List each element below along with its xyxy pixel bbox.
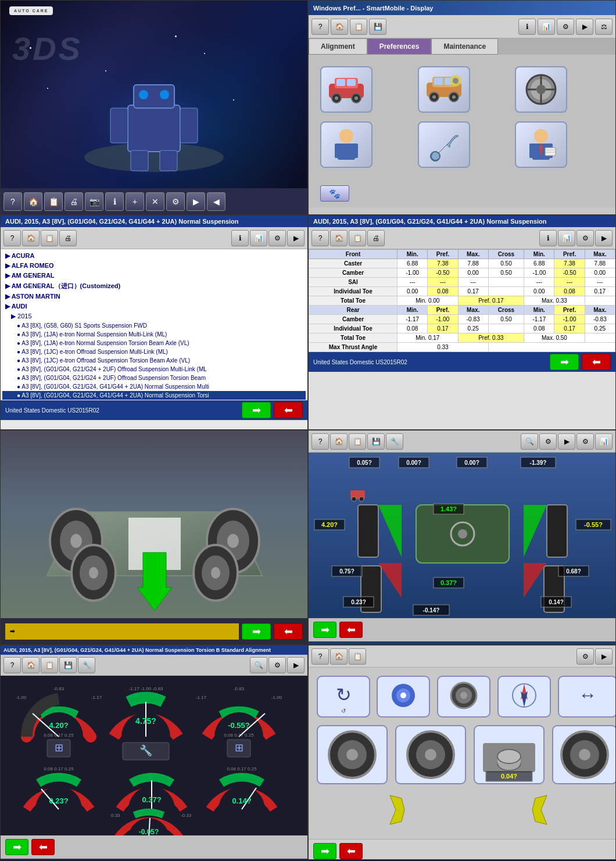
3d-prev-btn[interactable]: ⬅ <box>274 623 303 640</box>
tab-alignment[interactable]: Alignment <box>309 38 367 55</box>
ai-fwd-btn[interactable]: ▶ <box>595 648 613 665</box>
vl-gear-btn[interactable]: ⚙ <box>268 230 286 246</box>
g-help-btn[interactable]: ? <box>3 657 21 673</box>
vl-home-btn[interactable]: 🏠 <box>22 230 40 246</box>
pref-icon-wrench[interactable] <box>418 121 470 168</box>
vl-aston-martin[interactable]: ▶ ASTON MARTIN <box>2 292 306 302</box>
close-button[interactable]: ✕ <box>146 192 164 211</box>
g-nav-green-btn[interactable]: ➡ <box>5 839 28 855</box>
vl-fwd-btn[interactable]: ▶ <box>287 230 305 246</box>
pref-save-btn[interactable]: 💾 <box>369 19 386 35</box>
print-button[interactable]: 🖨 <box>65 192 83 211</box>
g-nav-red-btn[interactable]: ⬅ <box>31 839 55 855</box>
pref-balance-btn[interactable]: ⚖ <box>595 19 613 35</box>
at-home-btn[interactable]: 🏠 <box>330 230 348 246</box>
la-save-btn[interactable]: 💾 <box>367 433 385 450</box>
vl-info-btn[interactable]: ℹ <box>231 230 249 246</box>
home-button[interactable]: 🏠 <box>24 192 42 211</box>
3d-next-btn[interactable]: ➡ <box>242 623 271 640</box>
g-doc-btn[interactable]: 📋 <box>41 657 58 673</box>
pref-help-btn[interactable]: ? <box>311 19 329 35</box>
info-button[interactable]: ℹ <box>105 192 124 211</box>
ai-gear-btn[interactable]: ⚙ <box>576 648 594 665</box>
g-wrench-btn[interactable]: 🔧 <box>78 657 95 673</box>
ai-nav-green-btn[interactable]: ➡ <box>313 843 336 859</box>
svg-point-67 <box>458 529 467 539</box>
vl-am-general[interactable]: ▶ AM GENERAL <box>2 271 306 281</box>
at-fwd-btn[interactable]: ▶ <box>595 230 613 246</box>
g-home-btn[interactable]: 🏠 <box>22 657 40 673</box>
la-settings2-btn[interactable]: ⚙ <box>576 433 594 450</box>
vl-doc-btn[interactable]: 📋 <box>41 230 58 246</box>
vl-audi[interactable]: ▶ AUDI <box>2 302 306 311</box>
vl-help-btn[interactable]: ? <box>3 230 21 246</box>
vl-view-btn[interactable]: 📊 <box>250 230 267 246</box>
vl-a3-1ja-vl[interactable]: ● A3 [8V], (1JA) e-tron Normal Suspensio… <box>2 339 306 347</box>
vehicle-next-btn[interactable]: ➡ <box>242 402 271 418</box>
vl-am-general-custom[interactable]: ▶ AM GENERAL（进口）(Customized) <box>2 281 306 292</box>
settings-button[interactable]: ⚙ <box>166 192 185 211</box>
pref-doc-btn[interactable]: 📋 <box>350 19 367 35</box>
ai-nav-red-btn[interactable]: ⬅ <box>339 843 363 859</box>
g-save-btn[interactable]: 💾 <box>59 657 77 673</box>
vl-a3-g01-torsion[interactable]: ● A3 [8V], (G01/G04, G21/G24 + 2UF) Offr… <box>2 374 306 382</box>
pref-icon-car[interactable] <box>320 66 373 113</box>
g-zoom-btn[interactable]: 🔍 <box>250 657 267 673</box>
help-button[interactable]: ? <box>3 192 22 211</box>
vl-print-btn[interactable]: 🖨 <box>59 230 77 246</box>
pref-icon-person[interactable] <box>515 121 567 168</box>
vl-a3-1jc-ml[interactable]: ● A3 [8V], (1JC) e-tron Offroad Suspensi… <box>2 347 306 356</box>
svg-point-40 <box>534 129 548 143</box>
vl-a3-g01-normal[interactable]: ● A3 [8V], (G01/G04, G21/G24, G41/G44 + … <box>2 382 306 391</box>
at-print-btn[interactable]: 🖨 <box>367 230 385 246</box>
pref-bottom-btn[interactable]: 🐾 <box>320 185 349 202</box>
vl-alfa-romeo[interactable]: ▶ ALFA ROMEO <box>2 261 306 271</box>
at-help-btn[interactable]: ? <box>311 230 329 246</box>
at-view-btn[interactable]: 📊 <box>558 230 575 246</box>
vl-a3-selected[interactable]: ● A3 [8V], (G01/G04, G21/G24, G41/G44 + … <box>2 391 306 400</box>
la-nav-red-btn[interactable]: ⬅ <box>339 622 363 638</box>
pref-fwd-btn[interactable]: ▶ <box>576 19 593 35</box>
la-extra-btn[interactable]: 📊 <box>595 433 613 450</box>
forward-button[interactable]: ▶ <box>187 192 205 211</box>
back-button[interactable]: ◀ <box>207 192 225 211</box>
doc-button[interactable]: 📋 <box>44 192 63 211</box>
total-toe-rear-label: Total Toe <box>309 333 397 343</box>
g-fwd-btn[interactable]: ▶ <box>287 657 305 673</box>
pref-icon-wheel[interactable] <box>515 66 567 113</box>
tab-preferences[interactable]: Preferences <box>367 38 432 55</box>
ai-doc-btn[interactable]: 📋 <box>349 648 366 665</box>
pref-home-btn[interactable]: 🏠 <box>331 19 348 35</box>
ai-home-btn[interactable]: 🏠 <box>330 648 348 665</box>
vl-acura[interactable]: ▶ ACURA <box>2 251 306 261</box>
la-zoom-btn[interactable]: 🔍 <box>521 433 538 450</box>
at-prev-btn[interactable]: ⬅ <box>582 354 611 370</box>
la-fwd-btn[interactable]: ▶ <box>558 433 575 450</box>
la-help-btn[interactable]: ? <box>311 433 329 450</box>
vehicle-prev-btn[interactable]: ⬅ <box>274 402 303 418</box>
tab-maintenance[interactable]: Maintenance <box>431 38 498 55</box>
la-gear-btn[interactable]: ⚙ <box>539 433 557 450</box>
pref-icon-settings[interactable] <box>418 66 470 113</box>
vl-a3-1jc-vl[interactable]: ● A3 [8V], (1JC) e-tron Offroad Suspensi… <box>2 356 306 365</box>
la-nav-green-btn[interactable]: ➡ <box>313 622 336 638</box>
ai-help-btn[interactable]: ? <box>311 648 329 665</box>
pref-icon-mechanic[interactable] <box>320 121 373 168</box>
la-doc-btn[interactable]: 📋 <box>349 433 366 450</box>
at-gear-btn[interactable]: ⚙ <box>576 230 594 246</box>
vl-a3-s1[interactable]: ● A3 [8X], (G58, G60) S1 Sports Suspensi… <box>2 321 306 330</box>
pref-gear-btn[interactable]: ⚙ <box>557 19 574 35</box>
at-info-btn[interactable]: ℹ <box>539 230 557 246</box>
pref-info-btn[interactable]: ℹ <box>518 19 536 35</box>
vl-a3-g01-ml[interactable]: ● A3 [8V], (G01/G04, G21/G24 + 2UF) Offr… <box>2 365 306 374</box>
camera-button[interactable]: 📷 <box>85 192 103 211</box>
vl-a3-1ja-ml[interactable]: ● A3 [8V], (1JA) e-tron Normal Suspensio… <box>2 330 306 339</box>
la-home-btn[interactable]: 🏠 <box>330 433 348 450</box>
at-next-btn[interactable]: ➡ <box>550 354 579 370</box>
add-button[interactable]: + <box>126 192 144 211</box>
la-wrench-btn[interactable]: 🔧 <box>386 433 403 450</box>
vl-2015[interactable]: ▶ 2015 <box>2 311 306 321</box>
pref-view-btn[interactable]: 📊 <box>538 19 555 35</box>
at-doc-btn[interactable]: 📋 <box>349 230 366 246</box>
g-gear-btn[interactable]: ⚙ <box>268 657 286 673</box>
